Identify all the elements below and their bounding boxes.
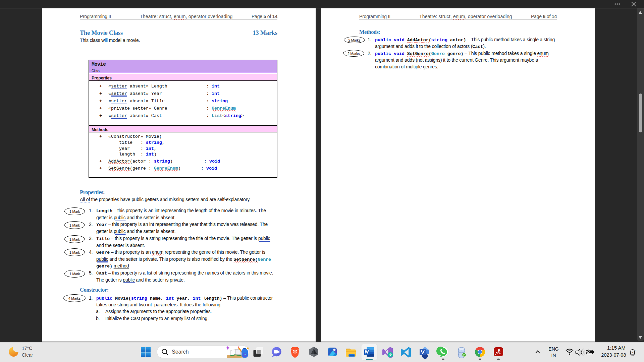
svg-text:z: z xyxy=(635,349,636,351)
svg-text:z: z xyxy=(632,351,633,354)
